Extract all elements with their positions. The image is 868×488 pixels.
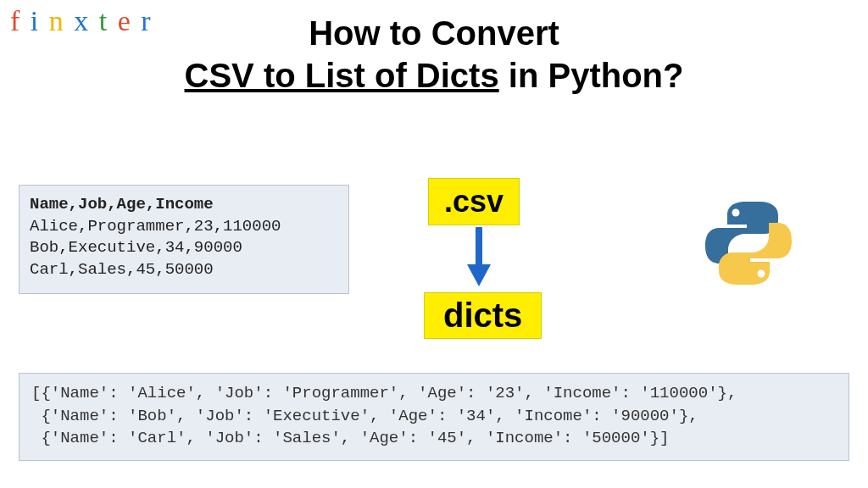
title-emphasis: CSV to List of Dicts	[185, 57, 499, 94]
svg-point-3	[758, 270, 765, 278]
output-line: {'Name': 'Carl', 'Job': 'Sales', 'Age': …	[31, 429, 670, 447]
badge-dicts: dicts	[424, 292, 542, 339]
csv-data-row: Bob,Executive,34,90000	[30, 237, 338, 259]
svg-marker-1	[467, 264, 491, 286]
title-suffix: in Python?	[499, 57, 684, 94]
python-output-box: [{'Name': 'Alice', 'Job': 'Programmer', …	[19, 373, 849, 461]
csv-data-row: Alice,Programmer,23,110000	[30, 216, 338, 238]
badge-csv: .csv	[428, 178, 520, 225]
csv-data-row: Carl,Sales,45,50000	[30, 259, 338, 281]
title-line-1: How to Convert	[0, 12, 868, 54]
svg-point-2	[732, 209, 740, 217]
title-line-2: CSV to List of Dicts in Python?	[0, 54, 868, 97]
arrow-down-icon	[464, 227, 494, 288]
csv-input-box: Name,Job,Age,Income Alice,Programmer,23,…	[19, 185, 349, 294]
output-line: {'Name': 'Bob', 'Job': 'Executive', 'Age…	[31, 407, 698, 425]
page-title: How to Convert CSV to List of Dicts in P…	[0, 12, 868, 97]
output-line: [{'Name': 'Alice', 'Job': 'Programmer', …	[31, 384, 737, 402]
csv-header-row: Name,Job,Age,Income	[30, 194, 338, 216]
python-logo-icon	[702, 197, 795, 290]
